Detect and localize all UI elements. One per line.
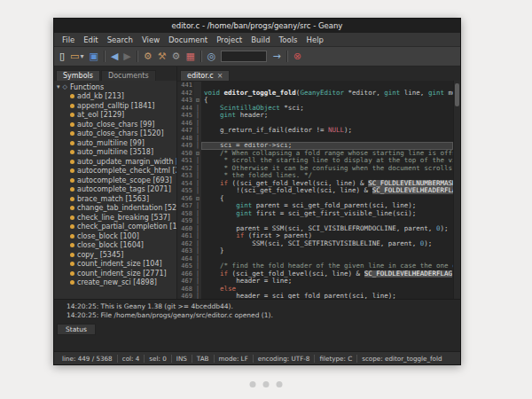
code-line[interactable]: 450⊟ /* When collapsing a fold range who…	[177, 150, 453, 158]
symbol-item[interactable]: auto_close_chars [1520]	[54, 129, 176, 139]
code-line[interactable]: 459│	[177, 217, 453, 225]
symbol-item[interactable]: auto_update_margin_width [989]	[54, 157, 176, 167]
symbol-item[interactable]: autocomplete_scope [693]	[54, 176, 176, 185]
editor-tab[interactable]: editor.c ×	[180, 70, 230, 81]
symbol-item[interactable]: close_block [1604]	[54, 241, 176, 251]
execute-icon[interactable]: ⚙	[172, 47, 181, 66]
code-line[interactable]: 447│ g_return_if_fail(editor != NULL);	[177, 127, 453, 135]
sidebar-tab-symbols[interactable]: Symbols	[56, 70, 100, 81]
navigate-forward-icon[interactable]: ▶	[123, 47, 130, 66]
code-line[interactable]: 461│ if (first > parent)	[177, 232, 453, 240]
menu-item-file[interactable]: File	[58, 35, 79, 44]
carousel-dot[interactable]	[250, 381, 256, 387]
compile-icon[interactable]: ⚙	[144, 47, 153, 66]
open-folder-icon[interactable]: ▭	[70, 47, 79, 66]
sidebar-tab-documents[interactable]: Documents	[101, 70, 156, 81]
symbol-item[interactable]: at_eol [2129]	[54, 111, 176, 121]
code-line[interactable]: 456⊟ {	[177, 195, 453, 203]
editor[interactable]: 441442void editor_toggle_fold(GeanyEdito…	[177, 81, 460, 299]
code-line[interactable]: 460│ parent = SSM(sci, SCI_VISIBLEFROMDO…	[177, 225, 453, 233]
code-line[interactable]: 464│	[177, 255, 453, 263]
symbol-item[interactable]: check_partial_completion [1016]	[54, 223, 176, 232]
find-icon[interactable]: ◎	[207, 47, 216, 66]
symbol-item[interactable]: autocomplete_check_html [2208]	[54, 167, 176, 176]
symbol-item[interactable]: add_kb [213]	[54, 92, 176, 102]
code-line[interactable]: 457│ gint parent = sci_get_fold_parent(s…	[177, 202, 453, 210]
fold-marker-icon[interactable]: ⊟	[194, 150, 201, 158]
symbol-item[interactable]: brace_match [1563]	[54, 194, 176, 204]
code-line[interactable]: 463│ }	[177, 247, 453, 255]
expander-icon[interactable]: ▾	[57, 83, 60, 90]
code-line[interactable]: 453│ * the folded lines. */	[177, 172, 453, 180]
menu-item-tools[interactable]: Tools	[275, 35, 302, 44]
code-line[interactable]: 451│ * scroll the starting line to displ…	[177, 157, 453, 165]
menu-item-build[interactable]: Build	[246, 35, 274, 44]
code-line[interactable]: 468│ else	[177, 286, 453, 293]
editor-tab-bar: editor.c ×	[177, 66, 460, 81]
build-icon[interactable]: ⚒	[158, 47, 167, 66]
line-number: 444	[177, 105, 194, 113]
open-dropdown-icon[interactable]: ▾	[80, 47, 83, 66]
code-text: if ((sci_get_fold_level(sci, line) & SC_…	[201, 180, 453, 188]
tab-close-icon[interactable]: ×	[217, 72, 223, 80]
code-line[interactable]: 469│ header = sci_get_fold_parent(sci, l…	[177, 293, 453, 299]
symbol-item[interactable]: auto_close_chars [99]	[54, 120, 176, 129]
menu-item-edit[interactable]: Edit	[79, 35, 102, 44]
message-tab-status[interactable]: Status	[57, 324, 96, 335]
method-icon	[70, 271, 74, 276]
symbol-item[interactable]: count_indent_size [104]	[54, 260, 176, 270]
code-line[interactable]: 445│ gint header;	[177, 112, 453, 120]
code-line[interactable]: 462│ SSM(sci, SCI_SETFIRSTVISIBLELINE, p…	[177, 240, 453, 248]
code-line[interactable]: 444│ ScintillaObject *sci;	[177, 105, 453, 113]
code-line[interactable]: 443⊟{	[177, 97, 453, 105]
color-chooser-icon[interactable]: ▦	[185, 47, 194, 66]
menu-item-project[interactable]: Project	[212, 35, 246, 44]
symbols-root-row[interactable]: ▾◇Functions	[54, 82, 176, 92]
new-document-icon[interactable]: ▯	[59, 47, 65, 66]
code-line[interactable]: 458│ gint first = sci_get_first_visible_…	[177, 210, 453, 218]
symbol-item[interactable]: close_block [100]	[54, 231, 176, 241]
code-line[interactable]: 452│ * Otherwise it can be confusing whe…	[177, 165, 453, 173]
code-text: gint first = sci_get_first_visible_line(…	[201, 210, 453, 218]
code-line[interactable]: 448│	[177, 135, 453, 143]
goto-line-icon[interactable]: →	[272, 47, 280, 66]
line-number: 461	[177, 232, 194, 240]
code-area[interactable]: 441442void editor_toggle_fold(GeanyEdito…	[177, 81, 453, 299]
code-line[interactable]: 441	[177, 82, 453, 90]
menu-item-view[interactable]: View	[137, 35, 164, 44]
symbol-item[interactable]: copy_ [5345]	[54, 250, 176, 260]
menu-item-document[interactable]: Document	[164, 35, 212, 44]
goto-line-entry[interactable]	[221, 51, 267, 62]
symbol-item[interactable]: count_indent_size [2771]	[54, 269, 176, 278]
symbol-item[interactable]: append_calltip [1841]	[54, 101, 176, 111]
code-line[interactable]: 454│ if ((sci_get_fold_level(sci, line) …	[177, 180, 453, 188]
symbol-item[interactable]: check_line_breaking [537]	[54, 213, 176, 223]
quit-icon[interactable]: ⊗	[293, 47, 301, 66]
code-line[interactable]: 449│ sci = editor->sci;	[177, 142, 453, 150]
editor-scrollbar[interactable]	[453, 81, 460, 299]
symbol-item[interactable]: auto_multiline [3518]	[54, 148, 176, 158]
menu-item-search[interactable]: Search	[103, 35, 137, 44]
code-line[interactable]: 467│ header = line;	[177, 278, 453, 286]
carousel-dot[interactable]	[277, 381, 283, 387]
navigate-back-icon[interactable]: ◀	[111, 47, 118, 66]
method-icon	[70, 122, 74, 127]
code-line[interactable]: 446│	[177, 120, 453, 128]
scrollbar-thumb[interactable]	[455, 83, 459, 106]
code-line[interactable]: 442void editor_toggle_fold(GeanyEditor *…	[177, 90, 453, 98]
carousel-dot[interactable]	[263, 381, 270, 387]
code-line[interactable]: 465│ /* find the fold header of the give…	[177, 262, 453, 270]
symbol-item[interactable]: autocomplete_tags [2071]	[54, 185, 176, 195]
code-line[interactable]: 455│ !(sci_get_fold_level(sci, line) & S…	[177, 187, 453, 195]
fold-marker-icon[interactable]: ⊟	[194, 97, 201, 105]
menu-item-help[interactable]: Help	[302, 35, 328, 44]
fold-marker-icon[interactable]: ⊟	[194, 195, 201, 203]
code-line[interactable]: 466│ if (sci_get_fold_level(sci, line) &…	[177, 270, 453, 278]
symbol-item[interactable]: auto_multiline [99]	[54, 138, 176, 148]
symbol-item[interactable]: change_tab_indentation [5210]	[54, 204, 176, 214]
symbol-item[interactable]: create_new_sci [4898]	[54, 278, 176, 288]
save-icon[interactable]: ▣	[89, 47, 98, 66]
title-bar[interactable]: editor.c - /home/ban/progs/geany/src - G…	[54, 19, 460, 33]
code-text: if (sci_get_fold_level(sci, line) & SC_F…	[201, 270, 453, 278]
code-text	[201, 135, 453, 143]
